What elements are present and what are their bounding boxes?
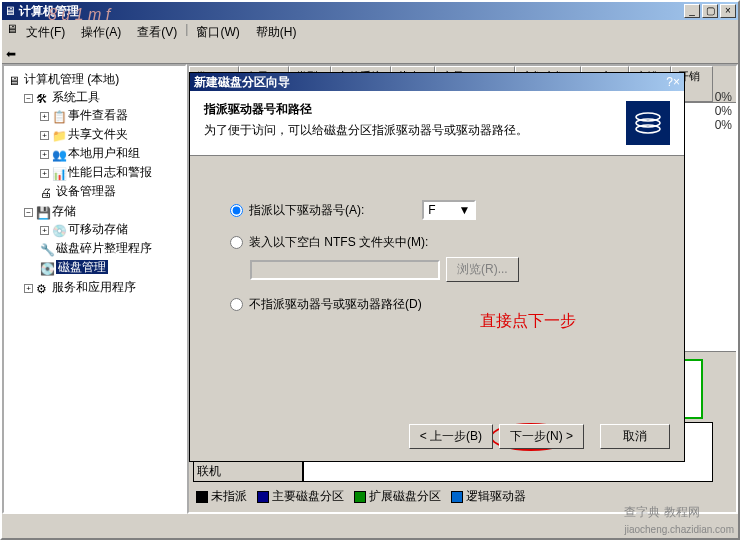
tree-users[interactable]: 本地用户和组 (68, 146, 140, 160)
browse-button: 浏览(R)... (446, 257, 519, 282)
event-icon: 📋 (52, 110, 66, 122)
expand-icon[interactable]: + (40, 131, 49, 140)
legend-primary-swatch (257, 491, 269, 503)
defrag-icon: 🔧 (40, 243, 54, 255)
wizard-titlebar: 新建磁盘分区向导 ? × (190, 73, 684, 91)
watermark-top: 8 u 1 m f (48, 6, 110, 24)
drive-letter-value: F (428, 203, 435, 217)
menu-window[interactable]: 窗口(W) (188, 22, 247, 43)
wizard-header: 指派驱动器号和路径 为了便于访问，可以给磁盘分区指派驱动器号或驱动器路径。 (190, 91, 684, 156)
wizard-help-button[interactable]: ? (666, 75, 673, 89)
tree-event[interactable]: 事件查看器 (68, 108, 128, 122)
app-icon-small: 🖥 (6, 22, 18, 43)
window-title: 计算机管理 (16, 3, 682, 20)
toolbar: ⬅ (2, 45, 738, 64)
wizard-disk-icon (626, 101, 670, 145)
dropdown-arrow-icon: ▼ (458, 203, 470, 217)
disk-icon: 💽 (40, 262, 54, 274)
expand-icon[interactable]: + (40, 150, 49, 159)
percent-labels: 0%0%0% (715, 90, 732, 132)
watermark-bottom: 查字典 教程网 jiaocheng.chazidian.com (624, 504, 734, 536)
folder-icon: 📁 (52, 129, 66, 141)
back-button[interactable]: < 上一步(B) (409, 424, 493, 449)
tools-icon: 🛠 (36, 92, 50, 104)
tree-perf[interactable]: 性能日志和警报 (68, 165, 152, 179)
services-icon: ⚙ (36, 282, 50, 294)
tree-systools[interactable]: 系统工具 (52, 90, 100, 104)
collapse-icon[interactable]: − (24, 94, 33, 103)
radio-assign-letter[interactable] (230, 204, 243, 217)
removable-icon: 💿 (52, 224, 66, 236)
radio-assign-label: 指派以下驱动器号(A): (249, 202, 364, 219)
menu-action[interactable]: 操作(A) (73, 22, 129, 43)
maximize-button[interactable]: ▢ (702, 4, 718, 18)
tree-storage[interactable]: 存储 (52, 204, 76, 218)
expand-icon[interactable]: + (40, 169, 49, 178)
tree-removable[interactable]: 可移动存储 (68, 222, 128, 236)
tree-services[interactable]: 服务和应用程序 (52, 280, 136, 294)
wizard-body: 指派以下驱动器号(A): F ▼ 装入以下空白 NTFS 文件夹中(M): 浏览… (190, 156, 684, 357)
radio-mount-label: 装入以下空白 NTFS 文件夹中(M): (249, 234, 428, 251)
toolbar-back-icon[interactable]: ⬅ (6, 47, 16, 61)
menu-help[interactable]: 帮助(H) (248, 22, 305, 43)
wizard-close-button[interactable]: × (673, 75, 680, 89)
tree-diskmgmt[interactable]: 磁盘管理 (56, 260, 108, 274)
tree-shared[interactable]: 共享文件夹 (68, 127, 128, 141)
radio-no-assign-label: 不指派驱动器号或驱动器路径(D) (249, 296, 422, 313)
main-titlebar: 🖥 计算机管理 _ ▢ × (2, 2, 738, 20)
radio-no-assign[interactable] (230, 298, 243, 311)
storage-icon: 💾 (36, 206, 50, 218)
expand-icon[interactable]: + (40, 112, 49, 121)
tree-defrag[interactable]: 磁盘碎片整理程序 (56, 241, 152, 255)
tree-devmgr[interactable]: 设备管理器 (56, 184, 116, 198)
mount-path-input (250, 260, 440, 280)
legend-ext-swatch (354, 491, 366, 503)
menu-file[interactable]: 文件(F) (18, 22, 73, 43)
users-icon: 👥 (52, 148, 66, 160)
collapse-icon[interactable]: − (24, 208, 33, 217)
wizard-title: 新建磁盘分区向导 (194, 74, 666, 91)
drive-letter-select[interactable]: F ▼ (422, 200, 476, 220)
menu-view[interactable]: 查看(V) (129, 22, 185, 43)
cancel-button[interactable]: 取消 (600, 424, 670, 449)
annotation-text: 直接点下一步 (480, 311, 576, 332)
wizard-subtitle: 为了便于访问，可以给磁盘分区指派驱动器号或驱动器路径。 (204, 122, 626, 139)
expand-icon[interactable]: + (24, 284, 33, 293)
app-icon: 🖥 (4, 4, 16, 18)
svg-point-2 (636, 125, 660, 133)
content-pane: 卷 布局 类型 文件系统 状态 容量 空闲空间 % 空闲 容错 开销 0%0%0… (187, 64, 738, 514)
tree-root[interactable]: 计算机管理 (本地) (24, 72, 119, 86)
wizard-heading: 指派驱动器号和路径 (204, 101, 626, 118)
next-button[interactable]: 下一步(N) > (499, 424, 584, 449)
legend-logical-swatch (451, 491, 463, 503)
tree-pane: 🖥计算机管理 (本地) −🛠系统工具 +📋事件查看器 +📁共享文件夹 +👥本地用… (2, 64, 187, 514)
menubar: 🖥 文件(F) 操作(A) 查看(V) | 窗口(W) 帮助(H) (2, 20, 738, 45)
computer-icon: 🖥 (8, 74, 22, 86)
wizard-dialog: 新建磁盘分区向导 ? × 指派驱动器号和路径 为了便于访问，可以给磁盘分区指派驱… (189, 72, 685, 462)
device-icon: 🖨 (40, 186, 54, 198)
legend-unalloc-swatch (196, 491, 208, 503)
perf-icon: 📊 (52, 167, 66, 179)
minimize-button[interactable]: _ (684, 4, 700, 18)
radio-mount-folder[interactable] (230, 236, 243, 249)
expand-icon[interactable]: + (40, 226, 49, 235)
close-button[interactable]: × (720, 4, 736, 18)
